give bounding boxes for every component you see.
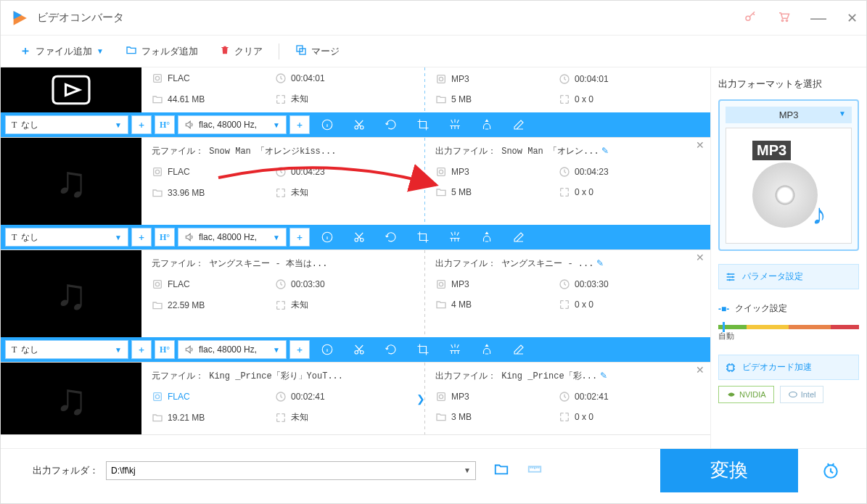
- src-filename: 元ファイル： ヤングスキニー - 本当は...: [152, 257, 414, 270]
- edit-icon[interactable]: [504, 118, 533, 131]
- hardsub-button[interactable]: H°: [155, 340, 175, 359]
- file-list: FLAC 00:04:01 44.61 MB 未知 MP3 00:04:01: [1, 67, 711, 448]
- info-icon[interactable]: [313, 231, 342, 244]
- src-codec: FLAC: [168, 167, 190, 177]
- add-audio-button[interactable]: ＋: [289, 115, 310, 134]
- size-icon: [435, 94, 447, 105]
- size-icon: [152, 94, 163, 105]
- add-folder-label: フォルダ追加: [141, 45, 198, 58]
- output-path-value: D:\ff\kj: [111, 466, 136, 476]
- subtitle-select[interactable]: Tなし▼: [5, 340, 128, 359]
- svg-point-36: [439, 394, 443, 398]
- format-dropdown[interactable]: MP3▼: [726, 107, 852, 123]
- thumbnail[interactable]: ♫: [1, 250, 141, 337]
- edit-name-icon[interactable]: ✎: [596, 258, 604, 268]
- out-size: 5 MB: [451, 187, 472, 197]
- rotate-icon[interactable]: [377, 343, 406, 356]
- crop-icon[interactable]: [408, 231, 437, 244]
- watermark-icon[interactable]: [472, 118, 501, 131]
- format-value: MP3: [779, 110, 799, 120]
- edit-icon[interactable]: [504, 343, 533, 356]
- edit-name-icon[interactable]: ✎: [600, 371, 607, 381]
- subtitle-select[interactable]: Tなし▼: [5, 115, 128, 134]
- info-icon[interactable]: [313, 343, 342, 356]
- watermark-icon[interactable]: [472, 343, 501, 356]
- clock-icon: [275, 73, 287, 84]
- cut-icon[interactable]: [345, 118, 374, 131]
- cut-icon[interactable]: [345, 231, 374, 244]
- out-size: 4 MB: [451, 299, 472, 310]
- clock-icon: [559, 73, 570, 85]
- effects-icon[interactable]: [440, 118, 469, 131]
- src-duration: 00:04:23: [291, 167, 325, 177]
- effects-icon[interactable]: [440, 231, 469, 244]
- format-selector: MP3▼ MP3 ♪: [718, 99, 859, 251]
- merge-button[interactable]: マージ: [289, 41, 345, 61]
- thumbnail[interactable]: ♫: [1, 138, 141, 225]
- cart-icon[interactable]: [777, 10, 790, 25]
- chip-icon: [725, 362, 736, 373]
- convert-label: 変換: [710, 458, 748, 483]
- codec-icon: [435, 73, 447, 85]
- play-icon: [38, 72, 104, 108]
- svg-point-2: [786, 20, 787, 21]
- add-audio-button[interactable]: ＋: [289, 228, 310, 247]
- chevron-down-icon: ▼: [464, 466, 471, 474]
- open-folder-button[interactable]: [493, 461, 509, 479]
- audio-select[interactable]: flac, 48000 Hz,▼: [178, 228, 287, 247]
- crop-icon[interactable]: [408, 118, 437, 131]
- edit-name-icon[interactable]: ✎: [601, 146, 609, 156]
- add-subtitle-button[interactable]: ＋: [131, 115, 152, 134]
- chevron-down-icon: ▼: [839, 110, 846, 117]
- info-icon[interactable]: [313, 118, 342, 131]
- rotate-icon[interactable]: [377, 231, 406, 244]
- out-filename: 出力ファイル： King _Prince「彩...: [435, 371, 597, 381]
- clear-button[interactable]: クリア: [214, 42, 268, 61]
- add-file-button[interactable]: ＋ ファイル追加 ▼: [14, 41, 110, 62]
- remove-file-button[interactable]: ✕: [696, 364, 704, 376]
- slider-thumb[interactable]: [723, 322, 725, 332]
- add-subtitle-button[interactable]: ＋: [131, 228, 152, 247]
- add-folder-button[interactable]: フォルダ追加: [120, 41, 204, 61]
- license-icon[interactable]: [744, 10, 757, 25]
- svg-point-39: [789, 392, 797, 397]
- audio-select[interactable]: flac, 48000 Hz,▼: [178, 115, 287, 134]
- add-subtitle-button[interactable]: ＋: [131, 340, 152, 359]
- res-icon: [559, 94, 570, 105]
- rotate-icon[interactable]: [377, 118, 406, 131]
- effects-icon[interactable]: [440, 343, 469, 356]
- sliders-icon: [725, 271, 736, 283]
- cut-icon[interactable]: [345, 343, 374, 356]
- file-row: ♫ 元ファイル： King _Prince「彩り」YouT... FLAC 00…: [1, 363, 710, 435]
- close-button[interactable]: ✕: [847, 10, 858, 26]
- clear-label: クリア: [234, 45, 263, 58]
- thumbnail[interactable]: ♫: [1, 363, 141, 435]
- hardsub-button[interactable]: H°: [155, 228, 175, 247]
- quality-slider[interactable]: [718, 325, 859, 329]
- plus-icon: ＋: [20, 44, 31, 59]
- watermark-icon[interactable]: [472, 231, 501, 244]
- minimize-button[interactable]: —: [810, 9, 826, 28]
- remove-file-button[interactable]: ✕: [696, 139, 704, 151]
- subtitle-select[interactable]: Tなし▼: [5, 228, 128, 247]
- src-size: 19.21 MB: [168, 413, 205, 423]
- gpu-accel-button[interactable]: ビデオカード加速: [718, 355, 859, 380]
- parameter-settings-button[interactable]: パラメータ設定: [718, 264, 859, 289]
- edit-icon[interactable]: [504, 231, 533, 244]
- hardsub-button[interactable]: H°: [155, 115, 175, 134]
- music-note-icon: ♫: [55, 374, 88, 424]
- svg-point-1: [781, 20, 783, 21]
- thumbnail[interactable]: [1, 67, 141, 112]
- convert-button[interactable]: 変換: [660, 449, 798, 492]
- crop-icon[interactable]: [408, 343, 437, 356]
- param-settings-label: パラメータ設定: [742, 270, 803, 283]
- schedule-button[interactable]: [805, 449, 856, 492]
- ruler-icon[interactable]: [527, 461, 543, 479]
- output-path-select[interactable]: D:\ff\kj ▼: [106, 461, 476, 480]
- out-duration: 00:03:30: [575, 279, 609, 289]
- out-duration: 00:02:41: [575, 392, 609, 402]
- remove-file-button[interactable]: ✕: [696, 252, 704, 263]
- file-row: FLAC 00:04:01 44.61 MB 未知 MP3 00:04:01: [1, 67, 710, 138]
- add-audio-button[interactable]: ＋: [289, 340, 310, 359]
- audio-select[interactable]: flac, 48000 Hz,▼: [178, 340, 287, 359]
